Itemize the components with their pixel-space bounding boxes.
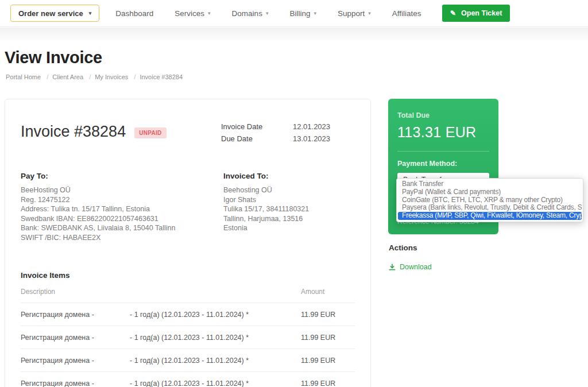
pay-to-block: Pay To: BeeHosting OÜ Reg. 12475122 Addr… [21,172,223,242]
nav-item-label: Services [175,9,204,18]
breadcrumb: Portal Home Client Area My Invoices Invo… [6,73,183,80]
invoice-header: Invoice #38284 UNPAID Invoice Date 12.01… [21,117,355,146]
pay-to-line: Bank: SWEDBANK AS, Liivalaia 8, 15040 Ta… [21,223,223,233]
dropdown-option[interactable]: PayPal (Wallet & Card payments) [398,188,582,196]
total-due-label: Total Due [397,111,489,119]
item-description-suffix: - 1 год(а) (12.01.2023 - 11.01.2024) * [130,357,301,365]
invoice-title: Invoice #38284 [21,123,126,141]
pay-to-heading: Pay To: [21,172,223,180]
breadcrumb-item[interactable]: Client Area [42,73,83,80]
open-ticket-button[interactable]: ✎ Open Ticket [442,5,510,22]
table-row: Регистрация домена - - 1 год(а) (12.01.2… [21,326,355,349]
status-badge: UNPAID [134,127,166,138]
order-new-service-button[interactable]: Order new service ▾ [10,5,99,22]
payment-method-dropdown: Bank Transfer PayPal (Wallet & Card paym… [396,178,583,222]
download-label: Download [400,263,432,271]
breadcrumb-item[interactable]: My Invoices [85,73,128,80]
chevron-down-icon: ▾ [314,10,316,16]
chevron-down-icon: ▾ [368,10,371,16]
pay-to-line: SWIFT /BIC: HABAEE2X [21,233,223,243]
invoiced-to-line: Estonia [223,223,355,233]
top-navbar: Order new service ▾ Dashboard Services ▾… [0,0,588,27]
pencil-icon: ✎ [450,9,456,17]
download-link[interactable]: Download [389,263,432,271]
item-description-prefix: Регистрация домена - [21,380,130,387]
address-blocks: Pay To: BeeHosting OÜ Reg. 12475122 Addr… [21,172,355,242]
nav-item[interactable]: Affiliates [392,9,421,18]
total-due-amount: 113.31 EUR [397,124,489,141]
item-description-prefix: Регистрация домена - [21,311,130,319]
invoice-dates: Invoice Date 12.01.2023 Due Date 13.01.2… [221,122,355,146]
nav-item-label: Billing [289,9,310,18]
nav-item-label: Affiliates [392,9,421,18]
chevron-down-icon: ▾ [208,10,211,16]
invoiced-to-heading: Invoiced To: [223,172,355,180]
invoiced-to-line: Igor Shats [223,195,355,205]
nav-item-label: Support [338,9,365,18]
order-new-service-label: Order new service [18,9,83,18]
pay-to-line: BeeHosting OÜ [21,185,223,195]
nav-item[interactable]: Billing ▾ [289,9,316,18]
dropdown-option[interactable]: Paysera (Bank links, Revolut, Trustly, D… [398,204,582,212]
invoiced-to-line: Tallinn, Harjumaa, 13516 [223,214,355,224]
invoice-date-label: Invoice Date [221,122,293,131]
breadcrumb-item[interactable]: Invoice #38284 [130,73,183,80]
table-row: Регистрация домена - - 1 год(а) (12.01.2… [21,349,355,372]
item-description-prefix: Регистрация домена - [21,334,130,342]
dropdown-option[interactable]: Freekassa (МИР, SBP, Qiwi, FKwallet, Юmo… [398,212,582,220]
pay-to-line: Swedbank IBAN: EE862200221057463631 [21,214,223,224]
item-description-prefix: Регистрация домена - [21,357,130,365]
nav-item-label: Domains [232,9,262,18]
item-amount: 11.99 EUR [301,334,355,342]
amount-column-header: Amount [301,288,355,296]
due-date-label: Due Date [221,134,293,143]
due-date-value: 13.01.2023 [293,134,330,143]
main-nav: Dashboard Services ▾ Domains ▾ Billing ▾… [115,9,421,18]
actions-heading: Actions [389,243,417,252]
invoiced-to-line: Beehosting OÜ [223,185,355,195]
table-row: Регистрация домена - - 1 год(а) (12.01.2… [21,372,355,387]
item-amount: 11.99 EUR [301,380,355,387]
pay-to-line: Reg. 12475122 [21,195,223,205]
chevron-down-icon: ▾ [89,10,92,16]
navbar-shadow [0,28,588,42]
download-icon [389,264,396,270]
chevron-down-icon: ▾ [266,10,269,16]
description-column-header: Description [21,288,301,296]
item-description-suffix: - 1 год(а) (12.01.2023 - 11.01.2024) * [130,380,301,387]
nav-item[interactable]: Support ▾ [338,9,371,18]
invoiced-to-block: Invoiced To: Beehosting OÜ Igor Shats Tu… [223,172,355,242]
item-amount: 11.99 EUR [301,311,355,319]
dropdown-option[interactable]: CoinGate (BTC, ETH, LTC, XRP & many othe… [398,196,582,204]
item-description-suffix: - 1 год(а) (12.01.2023 - 11.01.2024) * [130,334,301,342]
invoice-items-heading: Invoice Items [21,271,355,280]
invoiced-to-line: Tulika 15/17, 38411180321 [223,204,355,214]
item-description-suffix: - 1 год(а) (12.01.2023 - 11.01.2024) * [130,311,301,319]
page-title: View Invoice [5,48,102,67]
divider [397,151,489,152]
payment-method-label: Payment Method: [397,160,489,168]
nav-item[interactable]: Services ▾ [175,9,210,18]
table-header: Description Amount [21,288,355,303]
nav-item[interactable]: Domains ▾ [232,9,269,18]
breadcrumb-item[interactable]: Portal Home [6,73,41,80]
table-row: Регистрация домена - - 1 год(а) (12.01.2… [21,303,355,326]
nav-item[interactable]: Dashboard [115,9,153,18]
invoice-items-table: Description Amount Регистрация домена - … [21,288,355,387]
item-amount: 11.99 EUR [301,357,355,365]
invoice-card: Invoice #38284 UNPAID Invoice Date 12.01… [5,99,371,387]
dropdown-option[interactable]: Bank Transfer [398,180,582,188]
nav-item-label: Dashboard [115,9,153,18]
pay-to-line: Address: Tulika tn. 15/17 Tallinn, Eston… [21,204,223,214]
invoice-date-value: 12.01.2023 [293,122,330,131]
open-ticket-label: Open Ticket [461,9,502,17]
